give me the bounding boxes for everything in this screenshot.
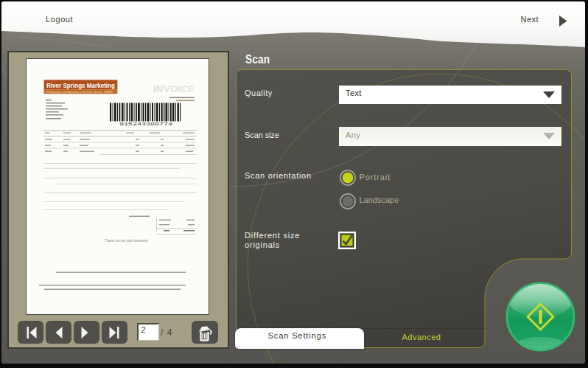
svg-text:Thank you for your business!: Thank you for your business!: [105, 238, 148, 242]
svg-text:INVOICE: INVOICE: [153, 83, 195, 94]
svg-text:River Springs Marketing: River Springs Marketing: [46, 83, 115, 89]
svg-text:915243300774: 915243300774: [119, 122, 172, 127]
svg-text:Helping companies excel since: Helping companies excel since 1986: [46, 90, 113, 94]
